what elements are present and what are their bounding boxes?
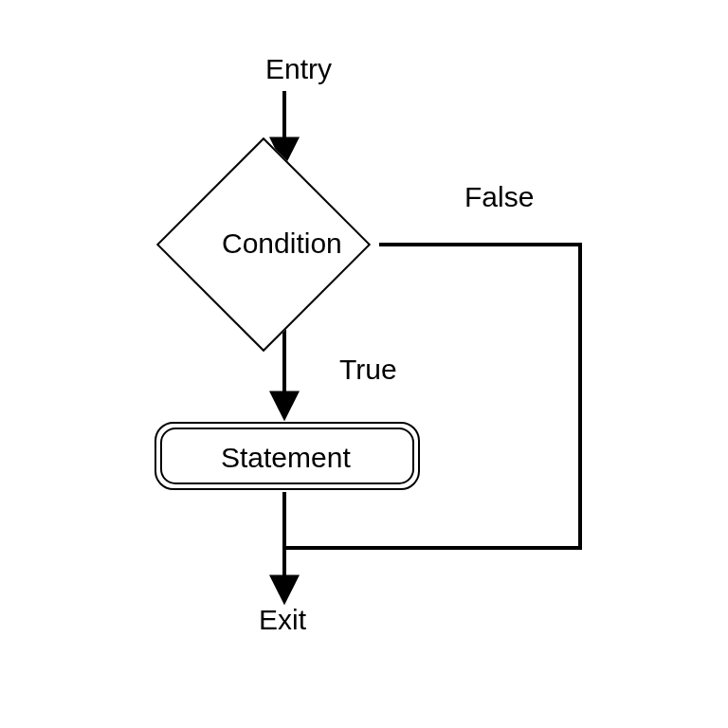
condition-label: Condition: [222, 228, 342, 260]
exit-label: Exit: [259, 604, 306, 636]
false-branch-label: False: [464, 181, 534, 213]
flowchart-diagram: Entry Condition False True Statement Exi…: [0, 0, 728, 728]
statement-label: Statement: [221, 442, 351, 474]
entry-label: Entry: [265, 53, 332, 85]
true-branch-label: True: [339, 354, 397, 386]
